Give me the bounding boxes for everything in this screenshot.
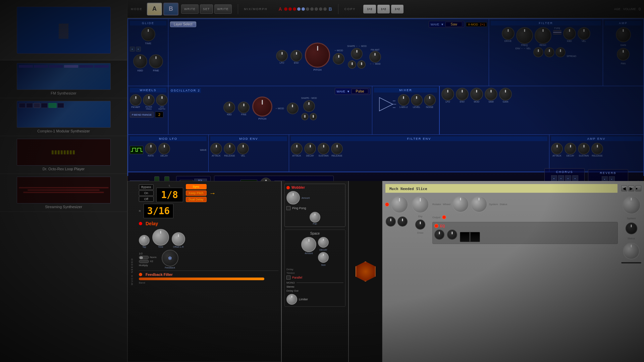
comb-slider[interactable] xyxy=(621,262,641,263)
filter-vel2-knob[interactable] xyxy=(544,47,554,57)
delay-time-knob[interactable] xyxy=(152,229,169,246)
shape-env-knob[interactable] xyxy=(357,60,366,69)
mode-write-btn[interactable]: WRITE xyxy=(181,4,199,14)
delay-offset-knob[interactable] xyxy=(172,232,185,246)
copy-3-btn[interactable]: 1+2 xyxy=(391,5,404,13)
osc1-env-knob[interactable] xyxy=(290,50,302,62)
filter-kbd-knob[interactable] xyxy=(563,27,576,40)
parallel-checkbox[interactable] xyxy=(286,276,290,280)
comb-knob6[interactable] xyxy=(452,196,469,213)
wobbler-pan-knob[interactable] xyxy=(310,212,320,223)
wave-selector-2[interactable]: WAVE ▼ Pulse xyxy=(335,88,370,95)
chorus-btn3[interactable]: ▪ xyxy=(565,175,571,181)
delay-knob1[interactable] xyxy=(139,235,150,246)
filter-env-release-knob[interactable] xyxy=(331,143,343,155)
wobbler-amount-knob[interactable] xyxy=(286,191,300,204)
off-btn[interactable]: Off xyxy=(139,196,154,202)
filter2-knob2[interactable] xyxy=(456,88,469,101)
amp-env-attack-knob[interactable] xyxy=(551,143,563,155)
limiter-knob[interactable] xyxy=(286,294,297,305)
space-size-knob[interactable] xyxy=(318,252,329,263)
amp-env-sustain-knob[interactable] xyxy=(578,143,590,155)
feedback-knob[interactable]: ❄ xyxy=(162,250,178,266)
comb-save-btn[interactable]: ▪ xyxy=(635,185,641,191)
pitch-knob[interactable] xyxy=(305,43,330,68)
lfo-depth-knob[interactable] xyxy=(156,94,168,106)
comb-knob5[interactable] xyxy=(415,220,425,230)
amp2-knob2[interactable] xyxy=(499,88,512,101)
comb-knob-far1[interactable] xyxy=(622,196,641,214)
osc2-shape-knob[interactable] xyxy=(303,100,315,112)
shape-knob[interactable] xyxy=(351,48,363,60)
mode-write2-btn[interactable]: WRITE xyxy=(214,4,232,14)
comb-knob7[interactable] xyxy=(471,196,487,213)
filter-env-sustain-knob[interactable] xyxy=(318,143,329,155)
comb-prev-btn[interactable]: ◄ xyxy=(621,185,627,191)
glide-time-knob[interactable] xyxy=(141,27,155,41)
fine-knob[interactable] xyxy=(149,54,163,68)
comb-knob-far2[interactable] xyxy=(626,223,637,234)
glide-btn2[interactable]: ▪ xyxy=(136,47,141,52)
on-btn[interactable]: On xyxy=(139,190,154,196)
mode-set-btn[interactable]: SET xyxy=(200,4,213,14)
bypass-btn[interactable]: Bypass xyxy=(139,184,154,190)
pbend-btn[interactable]: P.BEND RANGE xyxy=(130,112,154,118)
amp2-knob1[interactable] xyxy=(485,88,497,101)
layer-select-btn[interactable]: Layer Select xyxy=(170,21,196,27)
sidebar-item-complex1[interactable]: Complex-1 Modular Synthesizer xyxy=(0,98,127,136)
filter2-knob3[interactable] xyxy=(470,88,483,101)
chorus-btn2[interactable]: ▪ xyxy=(558,175,564,181)
glide-btn1[interactable]: ▪ xyxy=(130,47,135,52)
filter-env-attack-knob[interactable] xyxy=(291,143,303,155)
mix-knob[interactable] xyxy=(398,94,410,106)
x2-toggle[interactable] xyxy=(139,260,149,263)
comb-knob4[interactable] xyxy=(412,196,429,213)
keep-pitch-btn[interactable]: Keep Pitch xyxy=(186,190,207,196)
kbd-knob[interactable] xyxy=(133,54,147,68)
osc2-kbd-knob[interactable] xyxy=(223,102,235,113)
sidebar-item-fm[interactable]: FM Synthesizer xyxy=(0,60,127,98)
comb-knob-far3[interactable] xyxy=(623,243,640,259)
osc2-env-knob[interactable] xyxy=(310,113,317,120)
amp-gain-knob[interactable] xyxy=(616,27,631,42)
filter-env-knob[interactable] xyxy=(533,47,543,57)
filter-drive-knob[interactable] xyxy=(502,27,515,40)
osc2-lfo-knob[interactable] xyxy=(301,113,309,120)
btn-b[interactable]: B xyxy=(163,3,178,15)
osc1-lfo-knob[interactable] xyxy=(276,50,288,62)
osc2-fine-knob[interactable] xyxy=(238,102,250,113)
hex-button[interactable] xyxy=(356,261,376,282)
copy-2-btn[interactable]: 1+2 xyxy=(377,5,390,13)
amp-env-release-knob[interactable] xyxy=(591,143,603,155)
filter-freq-knob[interactable] xyxy=(516,27,533,44)
mod-env-vel-knob[interactable] xyxy=(237,143,249,155)
eq-knob1[interactable] xyxy=(434,230,444,240)
eq-knob2[interactable] xyxy=(447,230,457,240)
filter-freq-wheel-knob[interactable] xyxy=(143,94,155,106)
space-decay-knob[interactable] xyxy=(318,237,329,248)
ping-pong-checkbox[interactable] xyxy=(286,206,290,210)
level-knob[interactable] xyxy=(411,94,423,106)
amp-env-decay-knob[interactable] xyxy=(565,143,576,155)
sidebar-item-stream[interactable]: Streaming Synthesizer xyxy=(0,174,127,212)
btn-a[interactable]: A xyxy=(147,3,162,15)
filter-env-decay-knob[interactable] xyxy=(304,143,316,155)
wave-selector-1[interactable]: WAVE ▼ Saw xyxy=(429,21,464,28)
noise-knob[interactable] xyxy=(424,94,436,106)
filter-spread-knob[interactable] xyxy=(555,47,566,57)
chorus-btn4[interactable]: ▪ xyxy=(572,175,578,181)
mod-env-release-knob[interactable] xyxy=(224,143,235,155)
mod-env-attack-knob[interactable] xyxy=(210,143,222,155)
comb-next-btn[interactable]: ► xyxy=(628,185,634,191)
osc2-mod-knob[interactable] xyxy=(287,103,299,114)
comb-knob1[interactable] xyxy=(391,196,408,213)
dual-delay-btn[interactable]: Dual Delay xyxy=(186,197,207,202)
comb-knob3[interactable] xyxy=(397,217,408,227)
filter-reso-knob[interactable] xyxy=(535,27,551,44)
lfo-delay-knob[interactable] xyxy=(158,143,170,155)
fm-amt-wheel-knob[interactable] xyxy=(130,94,142,106)
comb-knob2[interactable] xyxy=(386,217,396,227)
sync-btn-ddl[interactable]: Sync xyxy=(186,184,207,189)
filter2-drive-knob[interactable] xyxy=(441,88,454,101)
sidebar-item-octo[interactable]: ▊▊▊▊▊▊▊▊ Dr. Octo-Rex Loop Player xyxy=(0,136,127,174)
